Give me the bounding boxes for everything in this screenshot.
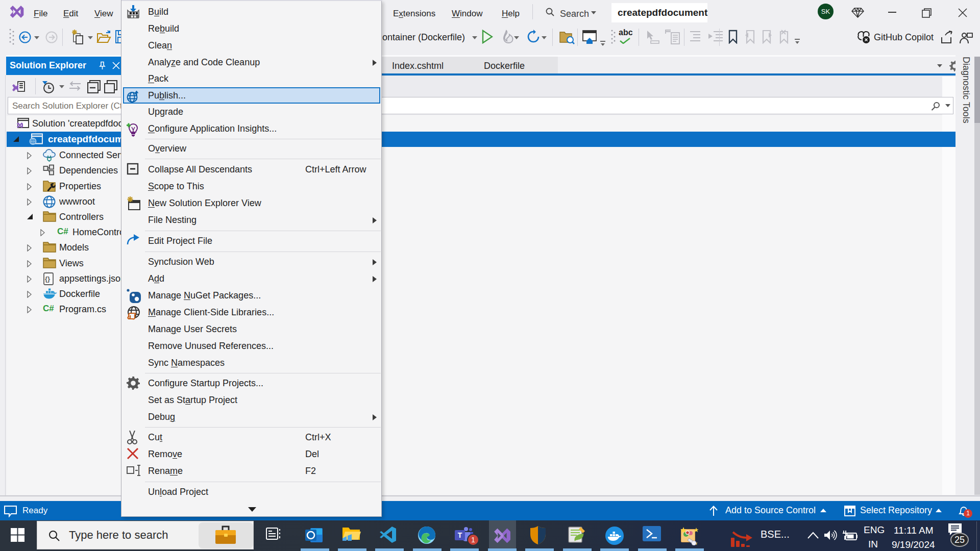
svg-text:C#: C#	[57, 227, 68, 236]
svg-text:{}: {}	[45, 275, 50, 283]
svg-text:C#: C#	[43, 304, 54, 313]
svg-text:T: T	[458, 531, 462, 539]
